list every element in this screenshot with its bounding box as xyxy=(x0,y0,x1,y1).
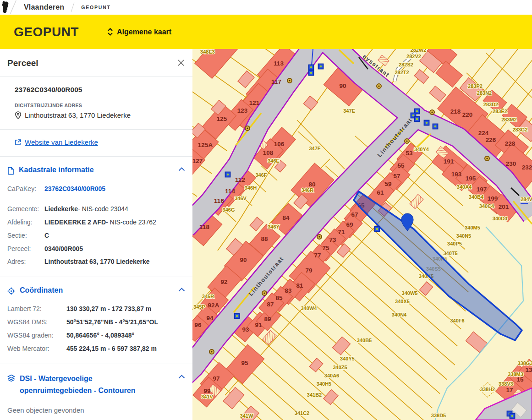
chevron-up-icon[interactable] xyxy=(178,375,185,379)
svg-text:195: 195 xyxy=(466,175,476,182)
info-row: Adres:Linthoutstraat 63, 1770 Liedekerke xyxy=(7,255,185,268)
svg-text:116: 116 xyxy=(214,197,224,204)
svg-text:97: 97 xyxy=(213,375,219,382)
global-header: Vlaanderen GEOPUNT xyxy=(0,0,532,15)
svg-text:345P: 345P xyxy=(193,304,205,310)
svg-text:89: 89 xyxy=(264,316,271,322)
svg-text:338D5: 338D5 xyxy=(431,413,446,418)
row-label: Adres: xyxy=(7,257,44,266)
svg-text:95: 95 xyxy=(241,360,248,366)
brand-separator xyxy=(71,2,75,12)
svg-text:340D4: 340D4 xyxy=(493,216,508,221)
info-row: CaPaKey:23762C0340/00R005 xyxy=(7,182,185,196)
svg-text:15: 15 xyxy=(516,376,524,383)
svg-text:340X5: 340X5 xyxy=(395,299,410,304)
row-value: C xyxy=(44,231,49,240)
svg-text:81: 81 xyxy=(296,282,303,289)
svg-text:340M5: 340M5 xyxy=(465,225,480,230)
svg-text:340P5: 340P5 xyxy=(447,241,462,246)
section-kadastrale-informatie[interactable]: Kadastrale informatie xyxy=(7,157,185,181)
basemap-selector[interactable]: Algemene kaart xyxy=(107,28,171,36)
section-coordinaten[interactable]: Coördinaten xyxy=(7,277,185,301)
info-row: Lambert 72:130 330,27 m - 172 733,87 m xyxy=(7,302,185,316)
svg-text:106: 106 xyxy=(274,141,285,147)
chevron-up-icon[interactable] xyxy=(178,288,185,292)
breadcrumb-app[interactable]: GEOPUNT xyxy=(81,5,111,10)
section-title: Kadastrale informatie xyxy=(19,165,174,174)
svg-text:283D2: 283D2 xyxy=(483,102,498,107)
svg-text:338G3: 338G3 xyxy=(517,360,532,366)
svg-text:201: 201 xyxy=(499,203,509,210)
svg-text:338V3: 338V3 xyxy=(499,381,513,387)
svg-text:118: 118 xyxy=(199,224,209,230)
map-viewport[interactable]: 348E3347E347F346E346F346H346V346G346R346… xyxy=(192,49,532,420)
svg-text:340Y4: 340Y4 xyxy=(414,147,429,152)
close-icon[interactable] xyxy=(176,58,186,67)
svg-text:283M2: 283M2 xyxy=(501,117,517,122)
svg-text:13: 13 xyxy=(525,366,532,373)
svg-text:341V: 341V xyxy=(201,394,213,399)
brand-vlaanderen[interactable]: Vlaanderen xyxy=(24,3,64,11)
municipality-website-link[interactable]: Website van Liedekerke xyxy=(15,138,98,146)
svg-text:340C4: 340C4 xyxy=(479,203,494,209)
svg-text:340N4: 340N4 xyxy=(392,312,407,317)
svg-text:348E3: 348E3 xyxy=(200,49,215,55)
capakey-link[interactable]: 23762C0340/00R005 xyxy=(44,185,105,193)
svg-text:117: 117 xyxy=(271,78,281,85)
svg-text:90: 90 xyxy=(240,256,247,263)
coordinaten-rows: Lambert 72:130 330,27 m - 172 733,87 mWG… xyxy=(7,301,185,364)
svg-text:96: 96 xyxy=(194,322,202,328)
section-dsi-watergevoelige[interactable]: DSI - Watergevoelige openruimtegebieden … xyxy=(7,364,185,404)
row-label: Sectie: xyxy=(7,231,44,240)
vlaanderen-lion-logo[interactable] xyxy=(0,0,20,15)
svg-text:94: 94 xyxy=(206,315,214,322)
chevron-up-icon[interactable] xyxy=(178,167,185,171)
row-label: Web Mercator: xyxy=(7,344,66,353)
svg-text:80: 80 xyxy=(308,181,315,188)
svg-text:282S2: 282S2 xyxy=(399,62,413,67)
svg-text:57: 57 xyxy=(393,173,400,180)
svg-text:17: 17 xyxy=(506,387,513,393)
svg-text:230: 230 xyxy=(506,160,516,167)
svg-text:87: 87 xyxy=(267,301,274,308)
svg-text:340W4: 340W4 xyxy=(301,305,318,311)
svg-text:125: 125 xyxy=(217,115,227,122)
svg-text:88: 88 xyxy=(261,235,268,242)
svg-text:197: 197 xyxy=(477,186,487,193)
info-row: Afdeling:LIEDEKERKE 2 AFD - NIS-code 237… xyxy=(7,216,185,229)
svg-text:220: 220 xyxy=(462,111,473,118)
svg-text:84: 84 xyxy=(282,214,290,221)
svg-text:121: 121 xyxy=(249,99,260,106)
svg-text:224: 224 xyxy=(478,130,489,136)
svg-text:346V: 346V xyxy=(235,196,247,201)
svg-text:73: 73 xyxy=(329,236,336,243)
svg-text:283E2: 283E2 xyxy=(493,109,507,114)
svg-text:340T5: 340T5 xyxy=(443,251,457,256)
svg-text:232: 232 xyxy=(522,164,532,171)
svg-text:340F6: 340F6 xyxy=(450,318,464,323)
svg-text:59: 59 xyxy=(384,180,391,187)
nearest-address-label: DICHTSTBIJZIJNDE ADRES xyxy=(15,103,178,108)
app-title: GEOPUNT xyxy=(14,25,79,39)
svg-text:93: 93 xyxy=(242,326,249,333)
info-row: Gemeente:Liedekerke - NIS-code 23044 xyxy=(7,202,185,216)
svg-text:90: 90 xyxy=(339,82,346,89)
section-title: Coördinaten xyxy=(20,286,174,295)
svg-text:99: 99 xyxy=(203,387,210,394)
svg-text:345R: 345R xyxy=(202,294,214,299)
svg-text:346Y: 346Y xyxy=(268,224,280,229)
external-link-icon xyxy=(15,139,22,146)
parcel-info-panel: Perceel 23762C0340/00R005 DICHTSTBIJZIJN… xyxy=(0,49,192,420)
svg-text:71: 71 xyxy=(338,229,345,235)
svg-text:341W: 341W xyxy=(240,413,253,419)
crosshair-icon xyxy=(7,287,15,295)
svg-text:283P2: 283P2 xyxy=(468,83,483,89)
svg-text:284V: 284V xyxy=(521,196,532,202)
svg-text:347E: 347E xyxy=(343,108,355,114)
svg-text:193: 193 xyxy=(451,171,462,178)
svg-text:282V2: 282V2 xyxy=(406,54,421,59)
info-row: WGS84 graden:50,864656° - 4,089348° xyxy=(7,329,185,342)
svg-text:199: 199 xyxy=(488,195,498,202)
kadastrale-rows: CaPaKey:23762C0340/00R005Gemeente:Liedek… xyxy=(7,181,185,277)
cadastral-map[interactable]: 348E3347E347F346E346F346H346V346G346R346… xyxy=(192,49,532,420)
